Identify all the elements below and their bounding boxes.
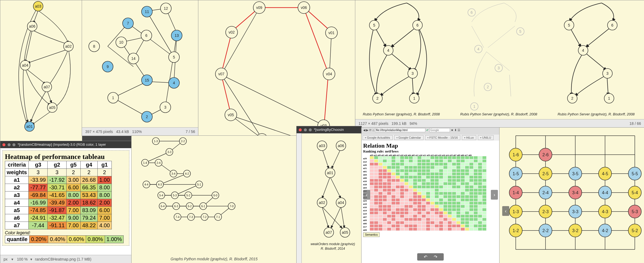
svg-text:a02: a02 xyxy=(65,44,72,48)
window-titlebar[interactable]: *[randomCBHeatmap] (Imported)-3.0 (RGB c… xyxy=(0,141,132,148)
svg-text:11: 11 xyxy=(145,9,149,14)
rotate-right-icon[interactable]: ↷ xyxy=(434,255,437,259)
maximize-icon[interactable] xyxy=(12,143,15,146)
bookmark-bar[interactable]: ▪ Google Actualités▪ Google Calendar▪ FS… xyxy=(362,135,500,141)
svg-text:a06: a06 xyxy=(338,144,344,148)
heatmap-table: criteriag3g2g5g4g1weights33222a1-33.99-1… xyxy=(5,161,112,229)
panel-rubis: 5 6 4 3 2 1 Rubis Python Server (graphvi… xyxy=(355,0,644,128)
forward-icon[interactable]: ▶ xyxy=(366,128,368,132)
svg-text:7: 7 xyxy=(127,21,129,25)
svg-text:6-0: 6-0 xyxy=(213,194,218,197)
svg-text:4: 4 xyxy=(387,48,389,53)
bookmark-item[interactable]: ▪ Google Calendar xyxy=(394,135,423,140)
svg-text:v06: v06 xyxy=(301,5,307,10)
search-input[interactable] xyxy=(429,128,450,132)
svg-line-205 xyxy=(322,177,330,199)
svg-text:v01: v01 xyxy=(328,31,335,35)
svg-text:v05: v05 xyxy=(228,113,234,117)
svg-line-68 xyxy=(223,8,259,72)
bookmark-item[interactable]: ▪ UNILU xyxy=(478,135,494,140)
svg-text:5-3: 5-3 xyxy=(632,209,638,214)
svg-text:4-3: 4-3 xyxy=(602,209,608,214)
svg-text:9: 9 xyxy=(107,64,109,69)
panel-heatmap-window: *[randomCBHeatmap] (Imported)-3.0 (RGB c… xyxy=(0,141,132,263)
ruler xyxy=(297,133,302,263)
bookmark-item[interactable]: ▪ FSTC Moodle - 15/16 xyxy=(425,135,460,140)
svg-text:a07: a07 xyxy=(326,230,332,235)
svg-text:Rubis Python Server (graphviz): Rubis Python Server (graphviz), R. Bisdo… xyxy=(363,112,440,116)
svg-text:3-2: 3-2 xyxy=(572,228,578,233)
minimize-icon[interactable] xyxy=(304,128,307,131)
svg-text:1-4: 1-4 xyxy=(512,190,519,195)
svg-text:2: 2 xyxy=(376,96,379,100)
maximize-icon[interactable] xyxy=(309,128,312,131)
svg-text:3: 3 xyxy=(498,66,500,70)
svg-text:a01: a01 xyxy=(26,124,33,129)
svg-text:1-3: 1-3 xyxy=(154,140,158,143)
reload-icon[interactable]: ⟳ xyxy=(369,128,372,132)
svg-text:7-0: 7-0 xyxy=(230,205,234,208)
svg-text:a02: a02 xyxy=(319,200,325,205)
browser-toolbar[interactable]: ◀ ▶ ⟳ ⌂ ✔ ★ ⬇ ☰ xyxy=(362,128,500,135)
svg-text:1-3: 1-3 xyxy=(512,209,519,214)
status-zoom: 110% xyxy=(132,129,142,134)
svg-text:a01: a01 xyxy=(327,171,333,175)
window-titlebar[interactable]: *[sortingByChoosin xyxy=(297,126,362,133)
next-arrow[interactable]: › xyxy=(491,190,498,200)
bookmark-item[interactable]: ▪ HiLux xyxy=(462,135,476,140)
legend-label: Color legend: xyxy=(5,230,127,235)
svg-text:3-3: 3-3 xyxy=(572,209,578,214)
svg-text:5: 5 xyxy=(173,55,175,59)
svg-text:6-4: 6-4 xyxy=(161,205,165,208)
menu-icon[interactable]: ☰ xyxy=(458,128,460,132)
panel-number-graph: 12 11 7 13 6 10 8 5 14 9 15 4 1 3 2 397 … xyxy=(82,0,199,136)
svg-text:2-4: 2-4 xyxy=(157,161,161,164)
svg-text:4-4: 4-4 xyxy=(602,190,608,195)
svg-line-206 xyxy=(330,177,341,199)
svg-line-204 xyxy=(331,148,341,169)
svg-text:5-2: 5-2 xyxy=(632,228,638,233)
panel-browser: ◀ ▶ ⟳ ⌂ ✔ ★ ⬇ ☰ ▪ Google Actualités▪ Goo… xyxy=(361,127,500,263)
svg-text:5: 5 xyxy=(568,23,570,27)
prev-arrow[interactable]: ‹ xyxy=(363,190,370,200)
status-bar: 1127 × 487 pixels 199.1 kB 94% 18 / 66 xyxy=(355,119,644,128)
svg-text:13: 13 xyxy=(175,33,179,38)
back-icon[interactable]: ◀ xyxy=(363,128,365,132)
svg-text:2-4: 2-4 xyxy=(542,190,548,195)
svg-text:1-6: 1-6 xyxy=(512,152,519,157)
svg-text:2-2: 2-2 xyxy=(542,228,548,233)
svg-text:7-1: 7-1 xyxy=(216,216,220,219)
svg-text:8: 8 xyxy=(93,44,95,48)
svg-line-26 xyxy=(113,98,147,117)
svg-text:2: 2 xyxy=(487,85,489,89)
svg-text:6: 6 xyxy=(471,10,473,15)
svg-line-66 xyxy=(324,75,328,125)
svg-text:2-6: 2-6 xyxy=(542,152,548,157)
outranking-svg: a03 a06 a02 a04 a07 a05 a01 xyxy=(0,0,82,141)
bottom-nav[interactable]: ↶ ↷ xyxy=(417,253,444,261)
svg-text:a04: a04 xyxy=(22,63,28,67)
rotate-left-icon[interactable]: ↶ xyxy=(424,255,427,259)
gimp-status: px ▾ 100 % ▾ randomCBHeatmap.png (1.7 MB… xyxy=(0,255,132,263)
relation-map-title: Relation Map xyxy=(363,142,498,149)
svg-text:2: 2 xyxy=(146,115,148,119)
url-input[interactable] xyxy=(375,128,425,132)
svg-text:5: 5 xyxy=(373,23,375,27)
svg-line-70 xyxy=(221,75,262,138)
status-size: 43.4 kB xyxy=(116,129,129,134)
prev-arrow[interactable]: ‹ xyxy=(502,206,509,216)
panel-lattice: 1-32-23-31-42-43-44-24-34-45-15-35-25-46… xyxy=(131,135,297,263)
close-icon[interactable] xyxy=(2,143,5,146)
download-icon[interactable]: ⬇ xyxy=(454,128,457,132)
bookmark-icon[interactable]: ★ xyxy=(451,128,454,132)
svg-line-210 xyxy=(341,207,344,228)
minimize-icon[interactable] xyxy=(8,143,11,146)
status-bar: 397 × 475 pixels 43.4 kB 110% 7 / 56 xyxy=(82,127,198,136)
svg-text:6: 6 xyxy=(416,23,419,27)
svg-text:4: 4 xyxy=(477,47,479,51)
bookmark-item[interactable]: ▪ Google Actualités xyxy=(363,135,393,140)
home-icon[interactable]: ⌂ xyxy=(372,128,374,132)
svg-line-63 xyxy=(221,75,231,114)
svg-text:6: 6 xyxy=(145,33,147,38)
close-icon[interactable] xyxy=(299,128,302,131)
